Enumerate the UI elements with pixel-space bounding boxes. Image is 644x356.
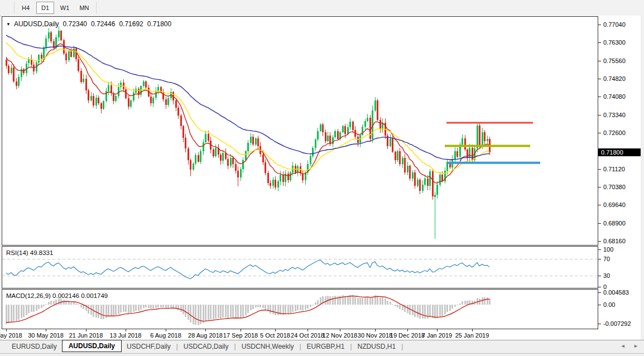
- rsi-indicator-label: RSI(14) 49.8331: [6, 249, 53, 256]
- tab-scroll-controls: ◄ ►: [614, 343, 638, 349]
- tabs-scroll-left-icon[interactable]: ◄: [621, 343, 626, 349]
- ohlc-open: 0.72340: [63, 20, 87, 28]
- price-axis-label: 0.71120: [603, 166, 625, 172]
- current-price-box: 0.71800: [598, 148, 642, 156]
- price-axis-label: 0.75560: [603, 57, 626, 64]
- timeframe-button-d1[interactable]: D1: [36, 2, 54, 14]
- date-axis-label: 13 Jul 2018: [105, 332, 146, 339]
- rsi-axis-label: 30: [603, 272, 610, 279]
- date-axis-label: 6 Aug 2018: [146, 332, 186, 339]
- ohlc-low: 0.71692: [119, 20, 143, 28]
- mt4-terminal-window: H4D1W1MN ▼AUDUSD,Daily0.723400.724460.71…: [0, 0, 644, 356]
- status-bar-edge: [0, 353, 644, 356]
- price-axis-label: 0.68160: [603, 238, 626, 244]
- price-axis-label: 0.72600: [603, 129, 626, 136]
- chart-tab-usdcad[interactable]: USDCAD,Daily: [179, 340, 234, 353]
- chart-tab-nzdusd[interactable]: NZDUSD,H1: [353, 340, 401, 353]
- chart-symbol-label: AUDUSD,Daily: [14, 20, 59, 28]
- toolbar-separator: [96, 2, 97, 13]
- date-axis-label: 28 Aug 2018: [185, 332, 225, 339]
- timeframe-button-h4[interactable]: H4: [17, 2, 35, 14]
- macd-axis-label: 0.00: [603, 301, 615, 308]
- tabs-scroll-right-icon[interactable]: ►: [633, 343, 638, 349]
- date-axis-label: 21 Jun 2018: [66, 332, 106, 339]
- macd-signal-value: 0.001749: [81, 292, 108, 299]
- macd-value: 0.002146: [52, 292, 79, 299]
- date-axis-label: 7 Jan 2019: [417, 332, 457, 339]
- chart-tab-usdchf[interactable]: USDCHF,Daily: [122, 340, 176, 353]
- date-axis-label: 30 May 2018: [26, 332, 66, 339]
- price-axis-label: 0.69640: [603, 201, 626, 208]
- timeframe-button-w1[interactable]: W1: [56, 2, 74, 14]
- candlestick-chart-canvas[interactable]: [1, 16, 641, 340]
- price-axis-label: 0.74080: [603, 93, 626, 100]
- price-axis-label: 0.73340: [603, 112, 626, 118]
- date-axis-label: 25 Jan 2019: [452, 332, 492, 339]
- price-axis-label: 0.70380: [603, 184, 626, 190]
- chart-tab-eurgbp[interactable]: EURGBP,H1: [302, 340, 350, 353]
- timeframe-toolbar: H4D1W1MN: [0, 0, 644, 16]
- price-axis-label: 0.77040: [603, 21, 626, 28]
- chart-tab-audusd[interactable]: AUDUSD,Daily: [62, 340, 122, 352]
- ohlc-high: 0.72446: [91, 20, 115, 28]
- tab-separator: |: [401, 340, 403, 353]
- price-axis-label: 0.74820: [603, 75, 626, 82]
- date-axis-label: 8 May 2018: [0, 332, 26, 339]
- rsi-axis-label: 70: [603, 256, 610, 262]
- date-axis-label: 12 Nov 2018: [320, 332, 360, 339]
- rsi-value: 49.8331: [30, 249, 54, 256]
- macd-name: MACD(12,26,9): [6, 292, 51, 299]
- toolbar-separator: [14, 2, 15, 13]
- chart-tab-usdcnh[interactable]: USDCNH,Weekly: [237, 340, 299, 353]
- window-right-edge: [641, 16, 644, 340]
- symbol-dropdown-icon[interactable]: ▼: [6, 22, 11, 27]
- rsi-name: RSI(14): [6, 249, 28, 256]
- chart-tab-eurusd[interactable]: EURUSD,Daily: [7, 340, 62, 353]
- timeframe-button-mn[interactable]: MN: [75, 2, 93, 14]
- price-axis-label: 0.76300: [603, 39, 626, 46]
- macd-indicator-label: MACD(12,26,9) 0.002146 0.001749: [6, 292, 108, 299]
- macd-axis-label: 0.004583: [603, 289, 629, 296]
- chart-title: ▼AUDUSD,Daily0.723400.724460.716920.7180…: [6, 20, 171, 28]
- chart-tab-bar: EURUSD,DailyAUDUSD,DailyUSDCHF,Daily|USD…: [0, 340, 644, 354]
- price-axis-label: 0.68900: [603, 220, 626, 227]
- ohlc-close: 0.71800: [147, 20, 171, 28]
- chart-client-area: ▼AUDUSD,Daily0.723400.724460.716920.7180…: [1, 16, 641, 340]
- rsi-axis-label: 100: [603, 246, 613, 253]
- macd-axis-label: -0.007292: [603, 320, 631, 327]
